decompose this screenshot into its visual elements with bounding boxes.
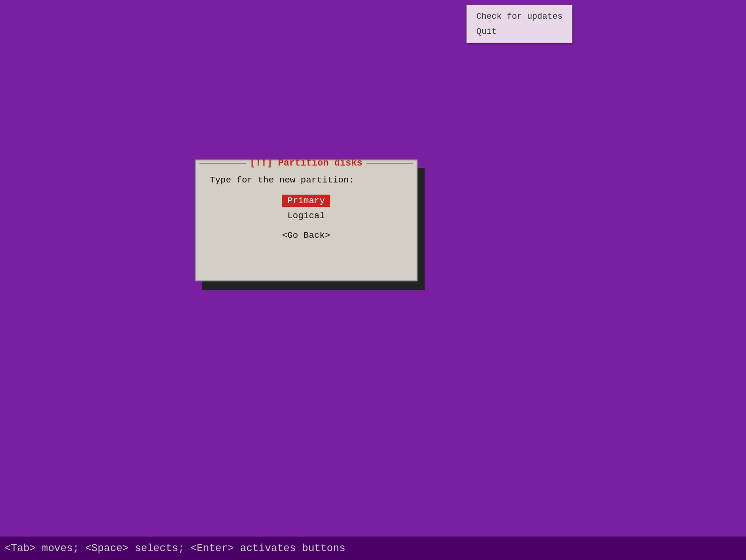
dialog-actions: <Go Back> — [210, 230, 403, 241]
context-menu-check-updates[interactable]: Check for updates — [467, 9, 572, 24]
go-back-button[interactable]: <Go Back> — [282, 230, 330, 241]
option-primary[interactable]: Primary — [282, 195, 331, 207]
context-menu: Check for updates Quit — [466, 5, 572, 43]
partition-dialog: [!!] Partition disks Type for the new pa… — [195, 159, 418, 281]
option-logical[interactable]: Logical — [288, 211, 325, 221]
dialog-options: Primary Logical — [210, 195, 403, 221]
dialog-prompt: Type for the new partition: — [210, 175, 403, 185]
status-bar: <Tab> moves; <Space> selects; <Enter> ac… — [0, 537, 746, 560]
context-menu-quit[interactable]: Quit — [467, 24, 572, 39]
dialog-body: Type for the new partition: Primary Logi… — [196, 175, 417, 241]
status-bar-text: <Tab> moves; <Space> selects; <Enter> ac… — [5, 543, 345, 554]
dialog-title: [!!] Partition disks — [250, 158, 362, 168]
dialog-title-bar: [!!] Partition disks — [196, 154, 417, 172]
desktop: Check for updates Quit [!!] Partition di… — [0, 0, 746, 560]
